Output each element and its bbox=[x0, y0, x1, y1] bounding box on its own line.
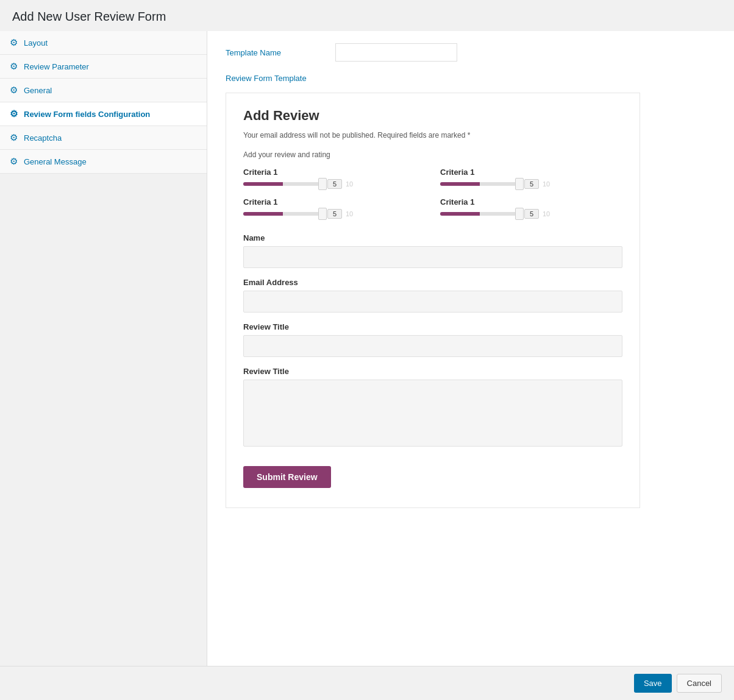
footer-bar: Save Cancel bbox=[0, 666, 734, 700]
slider-value-0: 5 bbox=[327, 179, 342, 189]
slider-value-1: 5 bbox=[524, 179, 539, 189]
template-name-input[interactable] bbox=[335, 43, 457, 62]
sidebar-item-general[interactable]: ⚙ General bbox=[0, 79, 207, 102]
form-fields-section: Name Email Address Review Title Review T… bbox=[243, 233, 622, 447]
page-title: Add New User Review Form bbox=[12, 10, 722, 24]
gear-icon-review-form-fields: ⚙ bbox=[10, 108, 18, 119]
slider-value-2: 5 bbox=[327, 209, 342, 219]
range-wrapper-0 bbox=[243, 182, 322, 186]
slider-0: 5 10 bbox=[243, 179, 426, 189]
sidebar-label-layout: Layout bbox=[24, 38, 48, 48]
sidebar-item-recaptcha[interactable]: ⚙ Recaptcha bbox=[0, 126, 207, 150]
submit-review-button[interactable]: Submit Review bbox=[243, 466, 331, 488]
criteria-label-1: Criteria 1 bbox=[440, 168, 622, 177]
name-input-preview[interactable] bbox=[243, 246, 622, 268]
email-input-preview[interactable] bbox=[243, 291, 622, 313]
range-fill-3 bbox=[440, 212, 480, 216]
add-review-title: Add Review bbox=[243, 108, 622, 124]
field-label-review-title-2: Review Title bbox=[243, 367, 622, 376]
sidebar-item-review-parameter[interactable]: ⚙ Review Parameter bbox=[0, 55, 207, 79]
range-fill-0 bbox=[243, 182, 283, 186]
criteria-label-3: Criteria 1 bbox=[440, 197, 622, 207]
rating-section-label: Add your review and rating bbox=[243, 150, 622, 159]
content-area: Template Name Review Form Template Add R… bbox=[207, 31, 734, 666]
criteria-item-0: Criteria 1 5 10 bbox=[243, 168, 426, 189]
review-textarea-preview[interactable] bbox=[243, 380, 622, 447]
preview-box: Add Review Your email address will not b… bbox=[226, 93, 640, 508]
required-note: Your email address will not be published… bbox=[243, 130, 622, 141]
save-button[interactable]: Save bbox=[634, 674, 672, 693]
slider-1: 5 10 bbox=[440, 179, 622, 189]
sidebar-label-review-form-fields: Review Form fields Configuration bbox=[24, 110, 150, 119]
field-group-name: Name bbox=[243, 233, 622, 268]
sidebar: ⚙ Layout ⚙ Review Parameter ⚙ General ⚙ … bbox=[0, 31, 207, 666]
range-handle-1[interactable] bbox=[515, 178, 524, 190]
field-group-review-title-2: Review Title bbox=[243, 367, 622, 447]
template-name-label: Template Name bbox=[226, 48, 335, 57]
sidebar-label-general: General bbox=[24, 86, 52, 95]
range-wrapper-1 bbox=[440, 182, 519, 186]
gear-icon-general: ⚙ bbox=[10, 85, 18, 96]
criteria-item-3: Criteria 1 5 10 bbox=[440, 197, 622, 219]
field-label-review-title-1: Review Title bbox=[243, 322, 622, 331]
slider-value-3: 5 bbox=[524, 209, 539, 219]
slider-max-3: 10 bbox=[543, 210, 550, 217]
range-handle-3[interactable] bbox=[515, 208, 524, 220]
sidebar-label-recaptcha: Recaptcha bbox=[24, 133, 62, 143]
slider-2: 5 10 bbox=[243, 209, 426, 219]
sidebar-item-review-form-fields[interactable]: ⚙ Review Form fields Configuration bbox=[0, 102, 207, 126]
gear-icon-review-parameter: ⚙ bbox=[10, 61, 18, 72]
range-handle-0[interactable] bbox=[318, 178, 327, 190]
gear-icon-general-message: ⚙ bbox=[10, 156, 18, 167]
review-form-template-label: Review Form Template bbox=[226, 74, 716, 83]
field-group-email: Email Address bbox=[243, 278, 622, 313]
sidebar-label-general-message: General Message bbox=[24, 157, 87, 166]
criteria-label-2: Criteria 1 bbox=[243, 197, 426, 207]
slider-3: 5 10 bbox=[440, 209, 622, 219]
criteria-label-0: Criteria 1 bbox=[243, 168, 426, 177]
range-fill-2 bbox=[243, 212, 283, 216]
slider-max-1: 10 bbox=[543, 180, 550, 188]
cancel-button[interactable]: Cancel bbox=[677, 674, 722, 693]
gear-icon-recaptcha: ⚙ bbox=[10, 132, 18, 143]
slider-max-2: 10 bbox=[346, 210, 353, 217]
range-wrapper-2 bbox=[243, 212, 322, 216]
criteria-grid: Criteria 1 5 10 Criteria 1 bbox=[243, 168, 622, 219]
criteria-item-2: Criteria 1 5 10 bbox=[243, 197, 426, 219]
range-fill-1 bbox=[440, 182, 480, 186]
criteria-item-1: Criteria 1 5 10 bbox=[440, 168, 622, 189]
sidebar-label-review-parameter: Review Parameter bbox=[24, 62, 89, 71]
range-wrapper-3 bbox=[440, 212, 519, 216]
field-label-email: Email Address bbox=[243, 278, 622, 287]
range-handle-2[interactable] bbox=[318, 208, 327, 220]
slider-max-0: 10 bbox=[346, 180, 353, 188]
sidebar-item-layout[interactable]: ⚙ Layout bbox=[0, 31, 207, 55]
sidebar-item-general-message[interactable]: ⚙ General Message bbox=[0, 150, 207, 174]
field-group-review-title-1: Review Title bbox=[243, 322, 622, 357]
review-title-input-preview[interactable] bbox=[243, 335, 622, 357]
gear-icon-layout: ⚙ bbox=[10, 37, 18, 48]
field-label-name: Name bbox=[243, 233, 622, 242]
